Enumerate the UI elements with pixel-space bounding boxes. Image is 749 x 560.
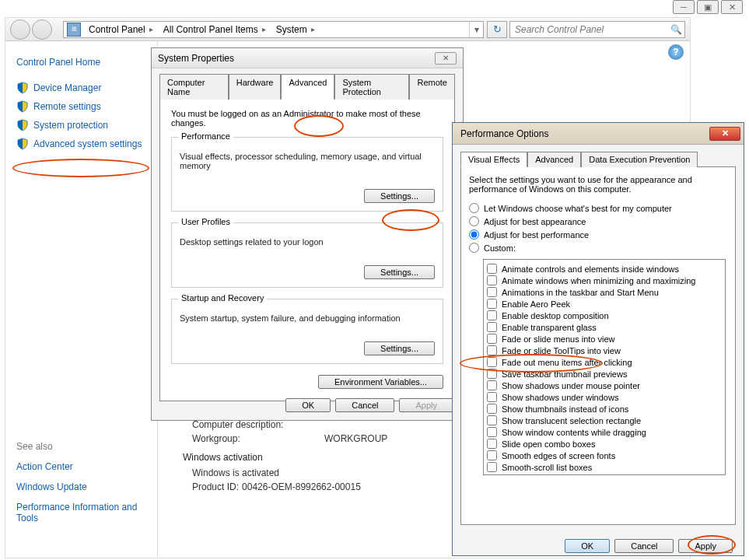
startup-recovery-settings-button[interactable]: Settings... xyxy=(364,341,435,355)
check-row[interactable]: Enable desktop composition xyxy=(487,310,722,321)
check-row[interactable]: Show thumbnails instead of icons xyxy=(487,403,722,415)
radio-best-appearance[interactable]: Adjust for best appearance xyxy=(469,215,727,228)
check-row[interactable]: Show shadows under mouse pointer xyxy=(487,380,722,391)
perfopt-titlebar: Performance Options ✕ xyxy=(453,123,744,145)
radio-best-performance[interactable]: Adjust for best performance xyxy=(469,228,727,241)
crumb-dropdown[interactable]: ▾ xyxy=(469,22,483,37)
check-row[interactable]: Show window contents while dragging xyxy=(487,426,722,438)
check-input[interactable] xyxy=(487,310,497,320)
see-also-performance-info[interactable]: Performance Information and Tools xyxy=(16,497,157,528)
tab-visual-effects[interactable]: Visual Effects xyxy=(460,152,527,167)
radio-custom[interactable]: Custom: xyxy=(469,241,727,254)
tab-hardware[interactable]: Hardware xyxy=(229,74,282,100)
sidebar-item-label: Device Manager xyxy=(33,82,101,93)
check-input[interactable] xyxy=(487,357,497,367)
maximize-button[interactable]: ▣ xyxy=(697,0,719,14)
check-row[interactable]: Animations in the taskbar and Start Menu xyxy=(487,286,722,298)
tab-perf-advanced[interactable]: Advanced xyxy=(527,152,581,167)
perfopt-cancel-button[interactable]: Cancel xyxy=(614,539,674,553)
crumb-control-panel[interactable]: Control Panel xyxy=(84,22,159,37)
check-row[interactable]: Fade or slide menus into view xyxy=(487,333,722,345)
search-icon[interactable]: 🔍 xyxy=(667,24,684,35)
check-row[interactable]: Smooth edges of screen fonts xyxy=(487,450,722,461)
check-row[interactable]: Fade out menu items after clicking xyxy=(487,356,722,368)
product-id-label: Product ID: xyxy=(192,481,242,492)
check-input[interactable] xyxy=(487,427,497,437)
minimize-button[interactable]: ─ xyxy=(673,0,695,14)
tab-remote[interactable]: Remote xyxy=(409,74,455,100)
sidebar-remote-settings[interactable]: Remote settings xyxy=(16,97,157,116)
perfopt-ok-button[interactable]: OK xyxy=(565,539,610,553)
radio-input[interactable] xyxy=(469,216,479,226)
check-input[interactable] xyxy=(487,322,497,332)
check-row[interactable]: Enable Aero Peek xyxy=(487,298,722,310)
sidebar-system-protection[interactable]: System protection xyxy=(16,116,157,135)
radio-let-windows-choose[interactable]: Let Windows choose what's best for my co… xyxy=(469,201,727,215)
check-input[interactable] xyxy=(487,415,497,425)
check-row[interactable]: Show shadows under windows xyxy=(487,391,722,403)
check-row[interactable]: Smooth-scroll list boxes xyxy=(487,461,722,473)
sysprop-apply-button[interactable]: Apply xyxy=(399,398,453,412)
workgroup-label: Workgroup: xyxy=(192,433,324,444)
environment-variables-button[interactable]: Environment Variables... xyxy=(318,375,443,389)
check-row[interactable]: Animate controls and elements inside win… xyxy=(487,263,722,275)
check-input[interactable] xyxy=(487,275,497,285)
search-input[interactable] xyxy=(510,24,667,35)
sidebar-item-label: Remote settings xyxy=(33,101,101,112)
check-input[interactable] xyxy=(487,334,497,344)
check-input[interactable] xyxy=(487,380,497,390)
check-input[interactable] xyxy=(487,369,497,379)
performance-settings-button[interactable]: Settings... xyxy=(364,189,435,203)
sysprop-tabstrip: Computer Name Hardware Advanced System P… xyxy=(159,73,455,100)
visual-effects-checklist[interactable]: Animate controls and elements inside win… xyxy=(483,259,726,475)
crumb-all-items[interactable]: All Control Panel Items xyxy=(159,22,271,37)
check-input[interactable] xyxy=(487,450,497,460)
help-icon[interactable]: ? xyxy=(668,44,684,60)
radio-label: Let Windows choose what's best for my co… xyxy=(484,204,672,213)
close-button[interactable]: ✕ xyxy=(721,0,743,14)
sysprop-ok-button[interactable]: OK xyxy=(285,398,331,412)
check-row[interactable]: Animate windows when minimizing and maxi… xyxy=(487,275,722,286)
perfopt-close-button[interactable]: ✕ xyxy=(709,127,740,141)
back-button[interactable] xyxy=(10,19,30,40)
activation-status: Windows is activated xyxy=(192,467,279,478)
check-input[interactable] xyxy=(487,264,497,274)
forward-button[interactable] xyxy=(32,19,52,40)
check-row[interactable]: Save taskbar thumbnail previews xyxy=(487,368,722,380)
sysprop-cancel-button[interactable]: Cancel xyxy=(335,398,394,412)
radio-input[interactable] xyxy=(469,203,479,213)
radio-input[interactable] xyxy=(469,229,479,240)
user-profiles-settings-button[interactable]: Settings... xyxy=(364,265,435,279)
tab-system-protection[interactable]: System Protection xyxy=(334,74,409,100)
tab-advanced[interactable]: Advanced xyxy=(281,74,334,100)
check-row[interactable]: Enable transparent glass xyxy=(487,321,722,333)
breadcrumb-bar[interactable]: ⊞ Control Panel All Control Panel Items … xyxy=(63,21,484,38)
group-startup-recovery-desc: System startup, system failure, and debu… xyxy=(180,313,435,323)
check-input[interactable] xyxy=(487,439,497,449)
perfopt-apply-button[interactable]: Apply xyxy=(678,539,733,553)
crumb-system[interactable]: System xyxy=(271,22,320,37)
tab-dep[interactable]: Data Execution Prevention xyxy=(581,152,698,167)
check-input[interactable] xyxy=(487,345,497,355)
check-row[interactable]: Show translucent selection rectangle xyxy=(487,415,722,426)
sidebar-home-link[interactable]: Control Panel Home xyxy=(16,49,157,79)
check-input[interactable] xyxy=(487,404,497,414)
navbar: ⊞ Control Panel All Control Panel Items … xyxy=(5,18,690,41)
check-row[interactable]: Slide open combo boxes xyxy=(487,438,722,450)
check-input[interactable] xyxy=(487,392,497,402)
radio-input[interactable] xyxy=(469,243,479,253)
tab-computer-name[interactable]: Computer Name xyxy=(159,74,229,100)
refresh-button[interactable]: ↻ xyxy=(487,21,507,38)
sidebar-item-label: Advanced system settings xyxy=(33,138,142,149)
sysprop-close-button[interactable]: ✕ xyxy=(435,52,457,65)
check-input[interactable] xyxy=(487,299,497,309)
sidebar-advanced-system-settings[interactable]: Advanced system settings xyxy=(16,135,157,153)
check-label: Slide open combo boxes xyxy=(502,439,595,449)
check-row[interactable]: Fade or slide ToolTips into view xyxy=(487,345,722,356)
check-label: Save taskbar thumbnail previews xyxy=(502,369,627,379)
check-input[interactable] xyxy=(487,287,497,297)
see-also-action-center[interactable]: Action Center xyxy=(16,457,157,477)
sidebar-device-manager[interactable]: Device Manager xyxy=(16,79,157,97)
see-also-windows-update[interactable]: Windows Update xyxy=(16,477,157,497)
check-input[interactable] xyxy=(487,462,497,472)
